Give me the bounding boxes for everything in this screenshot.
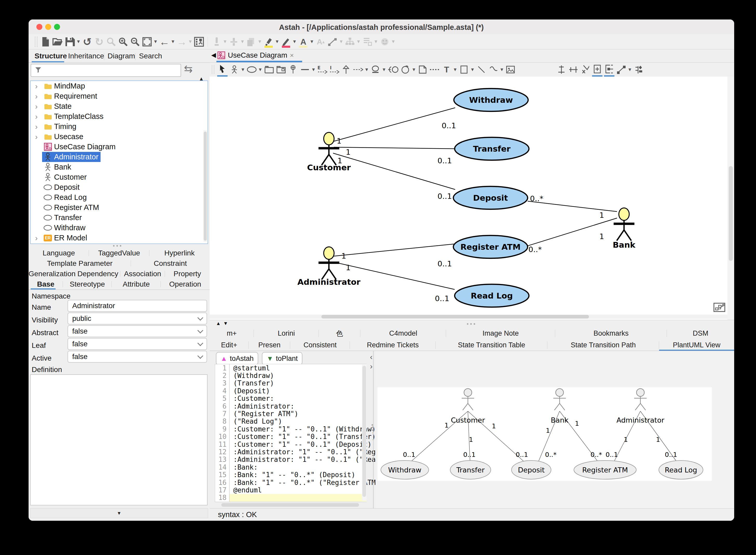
btab-consistent[interactable]: Consistent (290, 339, 350, 351)
to-plant-button[interactable]: ▼toPlant (262, 352, 303, 365)
zoom-out-icon[interactable] (130, 36, 140, 48)
connector-style-icon[interactable] (327, 36, 338, 48)
actor-tool-icon[interactable] (229, 63, 240, 76)
ptab-stereotype[interactable]: Stereotype (63, 279, 112, 290)
back-icon[interactable]: ← (159, 36, 170, 48)
plantuml-editor[interactable]: 1@startuml 2(Withdraw) 3(Transfer) 4(Dep… (215, 364, 366, 502)
new-file-icon[interactable] (40, 36, 51, 48)
tree-item-bank[interactable]: Bank (31, 162, 208, 172)
add-frame-icon[interactable] (592, 63, 602, 77)
btab-redmine-tickets[interactable]: Redmine Tickets (350, 339, 436, 351)
usecase-canvas[interactable]: Withdraw Transfer Deposit Register ATM R… (210, 77, 727, 320)
tree-filter-input[interactable] (31, 64, 181, 77)
text-tool-icon[interactable]: T (441, 63, 452, 76)
include-tool-icon[interactable]: I (329, 63, 339, 76)
filter-sync-icon[interactable]: ⇆ (184, 63, 193, 75)
forward-menu-caret[interactable]: ▼ (188, 39, 193, 44)
btab-edit-plus[interactable]: Edit+ (210, 339, 249, 351)
bottom-splitter[interactable]: ▲ ▼ (210, 320, 734, 328)
panel-collapse-down-button[interactable]: ▼ (30, 508, 208, 518)
line-tool-icon[interactable] (476, 63, 487, 76)
redo-icon[interactable]: ↻ (94, 36, 105, 48)
btab-state-transition-table[interactable]: State Transition Table (436, 339, 547, 351)
select-tool-icon[interactable] (217, 63, 228, 77)
hierarchy-icon[interactable] (345, 36, 355, 48)
ptab-constraint[interactable]: Constraint (131, 258, 210, 269)
tab-diagram[interactable]: Diagram (108, 52, 135, 60)
btab-state-transition-path[interactable]: State Transition Path (547, 339, 659, 351)
fit-to-window-icon[interactable] (142, 36, 152, 48)
ptab-base[interactable]: Base (29, 279, 63, 290)
generalization-tool-icon[interactable] (341, 63, 351, 76)
tab-inheritance[interactable]: Inheritance (68, 52, 104, 60)
btab-plantuml-view[interactable]: PlantUML View (659, 339, 734, 351)
leaf-select[interactable]: false (68, 338, 207, 350)
image-tool-icon[interactable] (505, 63, 516, 76)
tree-item-er-model[interactable]: ›ERER Model (31, 233, 208, 243)
ptab-hyperlink[interactable]: Hyperlink (149, 248, 210, 258)
save-menu-caret[interactable]: ▼ (76, 39, 81, 44)
ptab-dependency[interactable]: Dependency (76, 269, 120, 279)
tree-item-mindmap[interactable]: ›MindMap (31, 81, 208, 91)
toolbar-grip[interactable] (212, 65, 214, 74)
ball-socket-tool-icon[interactable] (388, 63, 399, 76)
editor-expand-right-icon[interactable]: › (370, 362, 372, 371)
btab-presen[interactable]: Presen (249, 339, 290, 351)
btab-color[interactable]: 色 (319, 328, 360, 339)
canvas-h-scrollbar[interactable] (210, 314, 727, 319)
fit-menu-caret[interactable]: ▼ (153, 39, 158, 44)
active-select[interactable]: false (68, 351, 207, 362)
business-usecase-tool-icon[interactable] (370, 63, 381, 76)
tree-item-customer[interactable]: Customer (31, 172, 208, 182)
freehand-tool-icon[interactable] (488, 63, 499, 76)
editor-collapse-left-icon[interactable]: ‹ (370, 352, 372, 361)
package-tool-icon[interactable] (264, 63, 274, 76)
tree-item-transfer[interactable]: Transfer (31, 213, 208, 223)
font-color-icon[interactable]: A (298, 36, 308, 48)
usecase-tool-icon[interactable] (246, 63, 257, 76)
actor-node-administrator[interactable] (319, 247, 339, 280)
editor-v-scrollbar[interactable] (362, 365, 366, 501)
diagram-elements-icon[interactable] (194, 36, 204, 48)
title-bar[interactable]: Astah - [/Applications/astah professiona… (29, 19, 734, 35)
visibility-select[interactable]: public (68, 312, 207, 325)
ptab-attribute[interactable]: Attribute (112, 279, 161, 290)
list-view-icon[interactable] (362, 36, 372, 48)
usecase-node-read-log[interactable]: Read Log (454, 284, 529, 307)
structure-tree[interactable]: ›MindMap ›Requirement ›State ›TemplateCl… (30, 81, 208, 244)
editor-preview-splitter[interactable] (373, 351, 373, 508)
btab-bookmarks[interactable]: Bookmarks (555, 328, 667, 339)
align-horizontal-icon[interactable] (229, 36, 239, 48)
btab-m-plus[interactable]: m+ (210, 328, 254, 339)
ptab-generalization[interactable]: Generalization (29, 269, 76, 279)
tree-item-usecase-folder[interactable]: ›Usecase (31, 132, 208, 142)
collapse-down-icon[interactable]: ▼ (223, 321, 228, 326)
toolbar-grip[interactable] (35, 37, 37, 47)
line-color-icon[interactable] (281, 36, 291, 48)
font-size-icon[interactable]: A▴ (315, 36, 326, 48)
tree-item-read-log[interactable]: Read Log (31, 193, 208, 203)
to-astah-button[interactable]: ▲toAstah (216, 352, 258, 365)
tree-scrollbar[interactable] (203, 130, 207, 242)
distribute-horizontal-icon[interactable] (568, 63, 579, 76)
usecase-node-withdraw[interactable]: Withdraw (454, 88, 528, 111)
dependency-tool-icon[interactable] (353, 63, 363, 76)
frame-tool-icon[interactable] (400, 63, 410, 76)
edit-frame-icon[interactable] (604, 63, 614, 77)
open-file-icon[interactable] (52, 36, 63, 48)
panel-splitter-grip[interactable] (113, 245, 121, 247)
zoom-pointer-icon[interactable] (580, 63, 591, 76)
tab-usecase-diagram[interactable]: UseCase Diagram × (217, 49, 294, 61)
btab-lorini[interactable]: Lorini (254, 328, 319, 339)
undo-icon[interactable]: ↺ (82, 36, 92, 48)
back-menu-caret[interactable]: ▼ (171, 39, 175, 44)
ptab-association[interactable]: Association (120, 269, 165, 279)
tree-item-register-atm[interactable]: Register ATM (31, 203, 208, 213)
name-field[interactable] (68, 300, 207, 312)
note-tool-icon[interactable] (417, 63, 428, 76)
zoom-in-icon[interactable] (118, 36, 128, 48)
tab-search[interactable]: Search (139, 52, 162, 60)
align-vertical-icon[interactable] (211, 36, 222, 48)
expand-up-icon[interactable]: ▲ (216, 321, 221, 326)
editor-h-scrollbar[interactable] (215, 503, 366, 507)
